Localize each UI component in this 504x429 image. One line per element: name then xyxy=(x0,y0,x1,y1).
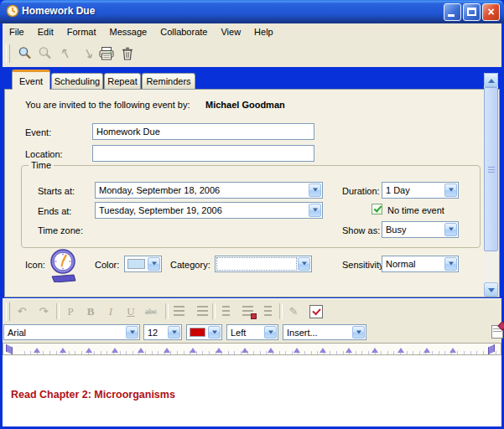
font-color-combo[interactable] xyxy=(186,324,222,340)
color-combo[interactable] xyxy=(124,256,162,272)
starts-at-value: Monday, September 18, 2006 xyxy=(99,185,220,195)
delete-button[interactable] xyxy=(117,43,138,65)
tab-scheduling[interactable]: Scheduling xyxy=(51,73,103,89)
spell-check-button[interactable] xyxy=(306,302,325,320)
show-as-value: Busy xyxy=(386,225,406,235)
font-bar: Arial 12 Left Insert... xyxy=(3,323,501,343)
bullet-list-button xyxy=(239,302,257,320)
document-star-icon[interactable] xyxy=(491,325,503,339)
printer-icon xyxy=(98,46,115,61)
advanced-find-button xyxy=(34,43,56,65)
indent-button xyxy=(190,302,209,320)
location-input[interactable] xyxy=(92,145,314,162)
ends-at-value: Tuesday, September 19, 2006 xyxy=(99,205,222,215)
checkmark-icon xyxy=(374,204,382,212)
tab-reminders[interactable]: Reminders xyxy=(142,73,195,89)
indent-icon xyxy=(197,306,208,316)
menu-edit[interactable]: Edit xyxy=(31,25,60,39)
maximize-button[interactable] xyxy=(463,3,481,21)
minimize-button[interactable] xyxy=(444,3,461,21)
vertical-scrollbar[interactable] xyxy=(484,73,498,297)
toolbar-grip xyxy=(6,302,10,321)
menu-help[interactable]: Help xyxy=(247,25,280,39)
invited-label: You are invited to the following event b… xyxy=(25,100,190,110)
duration-combo[interactable]: 1 Day xyxy=(382,182,459,199)
bold-button: B xyxy=(81,302,100,320)
previous-item-button xyxy=(55,43,76,65)
separator xyxy=(212,303,216,319)
menu-format[interactable]: Format xyxy=(60,25,103,39)
sensitivity-combo[interactable]: Normal xyxy=(382,256,459,272)
icon-label: Icon: xyxy=(25,260,45,270)
no-time-event-checkbox[interactable] xyxy=(372,204,382,214)
ruler[interactable] xyxy=(3,343,501,355)
menu-bar: File Edit Format Message Collaborate Vie… xyxy=(3,23,501,40)
chevron-down-icon[interactable] xyxy=(309,204,321,217)
message-body[interactable]: Read Chapter 2: Microorganisms Complete … xyxy=(3,355,501,426)
outdent-button xyxy=(170,302,189,320)
event-input[interactable] xyxy=(92,123,314,140)
search-icon xyxy=(18,46,33,61)
strikethrough-icon: abc xyxy=(145,307,157,316)
chevron-down-icon[interactable] xyxy=(208,326,221,339)
font-size-combo[interactable]: 12 xyxy=(143,324,182,340)
chevron-down-icon[interactable] xyxy=(309,183,321,197)
chevron-down-icon[interactable] xyxy=(126,326,138,339)
category-combo[interactable] xyxy=(215,256,312,272)
tab-repeat[interactable]: Repeat xyxy=(104,73,141,89)
maximize-icon xyxy=(467,8,476,16)
menu-message[interactable]: Message xyxy=(103,25,154,39)
chevron-down-icon[interactable] xyxy=(264,326,277,339)
chevron-down-icon[interactable] xyxy=(168,326,180,339)
paragraph-style-button: P xyxy=(61,302,80,320)
print-button[interactable] xyxy=(95,43,117,65)
scroll-down-button[interactable] xyxy=(484,282,498,297)
inviter-name: Michael Goodman xyxy=(205,100,285,110)
redo-icon: ↷ xyxy=(39,305,49,318)
separator xyxy=(165,303,169,319)
signature-button: ✎ xyxy=(284,302,303,320)
show-as-combo[interactable]: Busy xyxy=(382,221,459,238)
trash-icon xyxy=(120,46,135,61)
menu-view[interactable]: View xyxy=(214,25,247,39)
toolbar-grip xyxy=(6,44,10,63)
tab-event[interactable]: Event xyxy=(12,70,50,90)
menu-collaborate[interactable]: Collaborate xyxy=(153,25,214,39)
close-button[interactable]: × xyxy=(482,3,500,21)
left-margin-marker[interactable] xyxy=(6,344,13,354)
window-title: Homework Due xyxy=(22,5,95,17)
starts-at-label: Starts at: xyxy=(38,186,75,196)
insert-combo[interactable]: Insert... xyxy=(283,324,366,340)
tab-event-label: Event xyxy=(19,76,43,86)
paragraph-icon: P xyxy=(67,305,73,318)
font-family-combo[interactable]: Arial xyxy=(3,324,140,340)
clock-event-icon xyxy=(47,247,79,282)
starts-at-combo[interactable]: Monday, September 18, 2006 xyxy=(95,182,323,199)
insert-object-icon xyxy=(264,306,272,316)
chevron-down-icon xyxy=(488,288,495,292)
italic-button: I xyxy=(101,302,120,320)
scrollbar-thumb[interactable] xyxy=(484,87,498,251)
chevron-down-icon[interactable] xyxy=(444,257,457,271)
chevron-down-icon[interactable] xyxy=(444,223,457,236)
find-button[interactable] xyxy=(14,43,36,65)
italic-icon: I xyxy=(109,305,112,318)
tab-reminders-label: Reminders xyxy=(146,76,190,86)
color-label: Color: xyxy=(95,260,119,270)
alignment-combo[interactable]: Left xyxy=(226,324,278,340)
main-toolbar xyxy=(3,40,501,67)
menu-file[interactable]: File xyxy=(3,25,31,39)
font-family-value: Arial xyxy=(8,328,26,338)
chevron-down-icon[interactable] xyxy=(148,257,160,271)
alignment-value: Left xyxy=(231,328,246,338)
chevron-down-icon[interactable] xyxy=(444,183,457,197)
arrow-up-icon xyxy=(58,46,73,61)
scroll-up-button[interactable] xyxy=(484,73,498,87)
outdent-icon xyxy=(174,306,184,316)
undo-button: ↶ xyxy=(13,302,31,320)
chevron-up-icon xyxy=(488,79,495,83)
ends-at-combo[interactable]: Tuesday, September 19, 2006 xyxy=(95,202,323,219)
chevron-down-icon[interactable] xyxy=(298,257,310,271)
chevron-down-icon[interactable] xyxy=(352,326,365,339)
right-margin-marker[interactable] xyxy=(488,344,495,354)
